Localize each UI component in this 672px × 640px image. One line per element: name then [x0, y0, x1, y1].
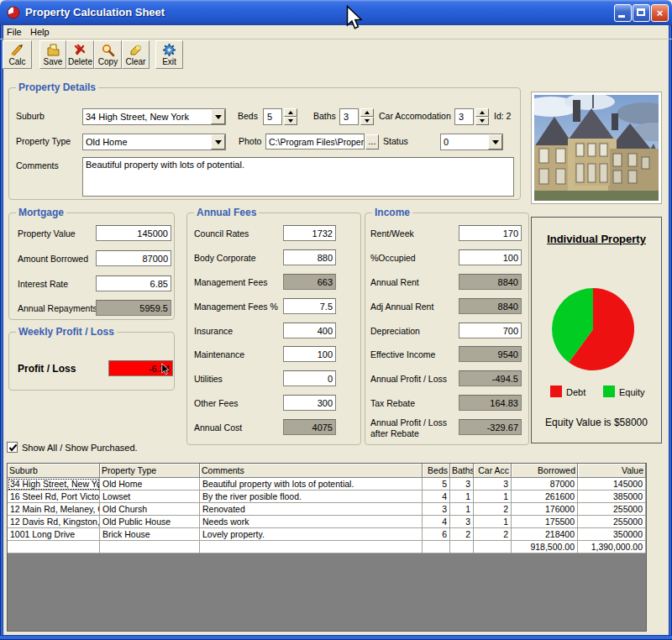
total-borrowed: 918,500.00: [512, 541, 578, 553]
toolbar-separator: [0, 39, 672, 39]
income-caption: Income: [372, 207, 412, 218]
chevron-down-icon[interactable]: [211, 109, 225, 124]
property-photo: [531, 92, 662, 204]
clear-button[interactable]: Clear: [122, 40, 150, 69]
delete-icon: [73, 43, 87, 57]
browse-button[interactable]: ...: [365, 134, 379, 150]
down-arrow-icon[interactable]: [284, 117, 297, 125]
individual-property-title: Individual Property: [532, 233, 661, 245]
col-suburb[interactable]: Suburb: [8, 464, 100, 478]
annual-fees-caption: Annual Fees: [194, 207, 259, 218]
car-accomodation-label: Car Accomodation: [379, 111, 451, 121]
amount-borrowed-label: Amount Borrowed: [18, 254, 88, 264]
maximize-button[interactable]: [633, 4, 650, 22]
delete-button[interactable]: Delete: [66, 40, 94, 69]
app-icon: [7, 6, 20, 19]
council-rates-field[interactable]: 1732: [283, 225, 336, 241]
close-button[interactable]: ×: [651, 4, 669, 22]
up-arrow-icon[interactable]: [475, 108, 489, 117]
col-beds[interactable]: Beds: [423, 464, 450, 478]
status-combobox[interactable]: 0: [440, 134, 503, 150]
management-fees-field: 663: [283, 274, 336, 290]
save-icon: [46, 43, 60, 57]
window-frame-bottom: [0, 635, 672, 640]
management-fees-pct-field[interactable]: 7.5: [283, 298, 336, 314]
property-value-label: Property Value: [18, 228, 76, 239]
chevron-down-icon[interactable]: [488, 134, 502, 150]
debt-legend-swatch: [550, 386, 562, 397]
col-comments[interactable]: Comments: [200, 464, 423, 478]
col-borrowed[interactable]: Borrowed: [512, 464, 578, 478]
property-type-combobox[interactable]: Old Home: [82, 134, 226, 150]
col-baths[interactable]: Baths: [450, 464, 474, 478]
maintenance-field[interactable]: 100: [283, 346, 336, 362]
up-arrow-icon[interactable]: [284, 108, 297, 117]
interest-rate-field[interactable]: 6.85: [96, 275, 171, 291]
window-frame-right: [669, 25, 672, 640]
comments-textarea[interactable]: Beautiful property with lots of potentia…: [82, 157, 514, 197]
adj-annual-rent-field: 8840: [459, 298, 522, 314]
annual-repayments-field: 5959.5: [96, 300, 171, 316]
occupied-field[interactable]: 100: [459, 249, 522, 265]
insurance-field[interactable]: 400: [283, 323, 336, 338]
chevron-down-icon[interactable]: [211, 134, 225, 150]
show-all-checkbox[interactable]: [7, 442, 18, 453]
show-all-checkbox-label: Show All / Show Purchased.: [22, 443, 138, 453]
baths-label: Baths: [313, 111, 336, 121]
tax-rebate-field: 164.83: [459, 395, 522, 411]
exit-button[interactable]: Exit: [155, 40, 183, 69]
mortgage-caption: Mortgage: [16, 207, 66, 218]
menu-file[interactable]: File: [7, 27, 22, 37]
interest-rate-label: Interest Rate: [18, 279, 68, 289]
beds-label: Beds: [238, 111, 258, 121]
calc-button[interactable]: Calc: [3, 40, 32, 69]
table-row[interactable]: 1001 Long Drive Brick House Lovely prope…: [8, 528, 646, 541]
check-icon: [8, 443, 18, 453]
debt-legend-label: Debt: [566, 387, 585, 397]
table-row[interactable]: 34 High Street, New Yor Old Home Beautif…: [8, 478, 646, 490]
col-car-acc[interactable]: Car Acc: [474, 464, 512, 478]
mortgage-group: Mortgage Property Value 145000 Amount Bo…: [8, 212, 175, 320]
col-value[interactable]: Value: [578, 464, 646, 478]
col-property-type[interactable]: Property Type: [100, 464, 200, 478]
comments-label: Comments: [16, 160, 59, 170]
individual-property-panel: Individual Property Debt Equity Equity V…: [531, 217, 662, 443]
menu-bar: File Help: [3, 26, 669, 39]
annual-repayments-label: Annual Repayments: [18, 303, 97, 313]
annual-profit-loss-field: -494.5: [459, 370, 522, 386]
properties-table[interactable]: Suburb Property Type Comments Beds Baths…: [7, 463, 647, 632]
depreciation-field[interactable]: 700: [459, 323, 522, 338]
debt-equity-pie-chart: [552, 288, 634, 370]
amount-borrowed-field[interactable]: 87000: [96, 250, 171, 266]
property-details-group: Property Details Suburb 34 High Street, …: [8, 87, 521, 200]
table-row[interactable]: 12 Davis Rd, Kingston, ( Old Public Hous…: [8, 516, 646, 528]
body-corporate-field[interactable]: 880: [283, 249, 336, 265]
weekly-profit-loss-group: Weekly Profit / Loss Profit / Loss -6.34: [8, 332, 175, 391]
copy-icon: [101, 43, 115, 57]
down-arrow-icon[interactable]: [475, 117, 489, 125]
weekly-caption: Weekly Profit / Loss: [16, 326, 117, 338]
window-frame-left: [0, 25, 3, 640]
other-fees-field[interactable]: 300: [283, 395, 336, 411]
table-row[interactable]: 16 Steel Rd, Port Victori Lowset By the …: [8, 490, 646, 503]
save-button[interactable]: Save: [39, 40, 66, 69]
utilities-field[interactable]: 0: [283, 370, 336, 386]
property-value-field[interactable]: 145000: [96, 225, 171, 241]
calc-icon: [10, 43, 24, 57]
rent-week-field[interactable]: 170: [459, 225, 522, 241]
table-row[interactable]: 12 Main Rd, Melaney, Q Old Chursh Renova…: [8, 503, 646, 516]
menu-help[interactable]: Help: [30, 27, 50, 37]
property-details-caption: Property Details: [16, 81, 98, 93]
minimize-button[interactable]: [614, 4, 632, 22]
annual-rent-field: 8840: [459, 274, 522, 290]
title-bar[interactable]: Property Calculation Sheet ×: [0, 0, 672, 25]
window-title: Property Calculation Sheet: [25, 6, 165, 18]
up-arrow-icon[interactable]: [360, 108, 374, 117]
table-header-row: Suburb Property Type Comments Beds Baths…: [8, 464, 646, 478]
property-type-label: Property Type: [16, 136, 71, 146]
photo-path-field[interactable]: C:\Program Files\Property M: [265, 134, 365, 150]
suburb-combobox[interactable]: 34 High Street, New York: [82, 108, 226, 125]
equity-value-text: Equity Value is $58000: [532, 417, 661, 428]
down-arrow-icon[interactable]: [360, 117, 374, 125]
copy-button[interactable]: Copy: [94, 40, 122, 69]
